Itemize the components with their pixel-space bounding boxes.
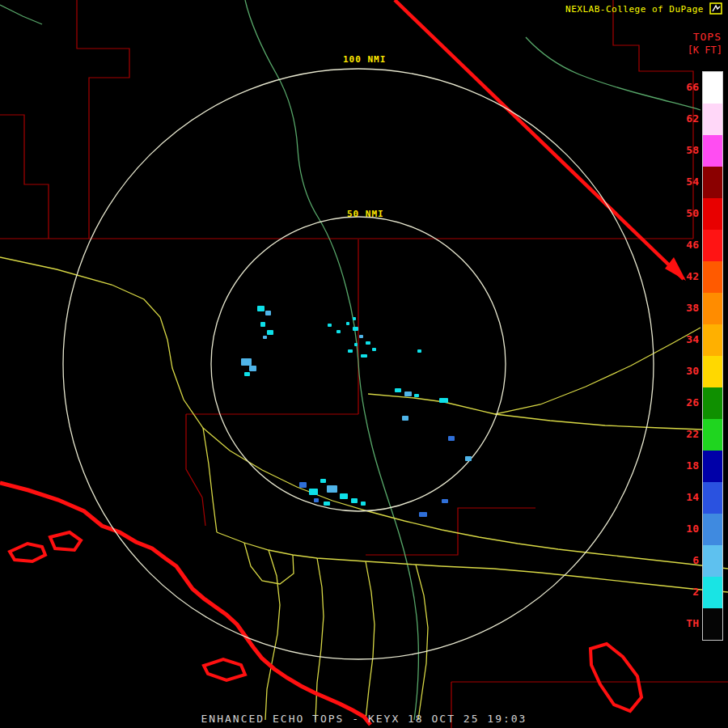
echo-blob bbox=[402, 416, 408, 421]
scale-tick-54: 54 bbox=[675, 166, 699, 197]
echo-blob bbox=[244, 372, 250, 376]
echo-blob bbox=[366, 341, 370, 345]
cod-logo-icon bbox=[709, 2, 722, 15]
echo-blob bbox=[260, 322, 265, 327]
echo-blob bbox=[314, 498, 319, 502]
scale-cell-14 bbox=[703, 482, 722, 514]
echo-blob bbox=[354, 343, 358, 346]
scale-cell-2 bbox=[703, 577, 722, 608]
echo-blob bbox=[442, 499, 448, 503]
echo-blob bbox=[361, 354, 367, 358]
echo-blob bbox=[348, 349, 353, 353]
echo-blob bbox=[324, 502, 330, 506]
scale-tick-6: 6 bbox=[675, 544, 699, 576]
echo-blob bbox=[299, 482, 307, 488]
echo-blob bbox=[419, 512, 427, 517]
echo-blob bbox=[249, 366, 256, 371]
scale-cell-22 bbox=[703, 419, 722, 451]
scale-cell-10 bbox=[703, 514, 722, 545]
brand-text: NEXLAB-College of DuPage bbox=[565, 4, 704, 15]
scale-cell-58 bbox=[703, 135, 722, 167]
scale-tick-TH: TH bbox=[675, 607, 699, 639]
scale-cell-26 bbox=[703, 387, 722, 419]
scale-cell-62 bbox=[703, 104, 722, 135]
scale-tick-62: 62 bbox=[675, 103, 699, 134]
echo-blob bbox=[361, 502, 366, 506]
echo-blob bbox=[320, 479, 326, 483]
echo-blob bbox=[372, 348, 376, 351]
echo-blob bbox=[448, 436, 455, 441]
echo-blob bbox=[263, 336, 267, 339]
scale-tick-46: 46 bbox=[675, 229, 699, 260]
echo-blob bbox=[328, 324, 332, 327]
echo-blob bbox=[309, 489, 318, 495]
scale-tick-22: 22 bbox=[675, 418, 699, 450]
scale-cell-38 bbox=[703, 293, 722, 324]
scale-cell-30 bbox=[703, 356, 722, 387]
scale-cell-50 bbox=[703, 198, 722, 230]
echo-blob bbox=[353, 317, 356, 320]
echo-blob bbox=[353, 327, 358, 331]
scale-tick-30: 30 bbox=[675, 355, 699, 387]
scale-tick-18: 18 bbox=[675, 450, 699, 481]
scale-tick-2: 2 bbox=[675, 576, 699, 607]
echo-blob bbox=[257, 306, 265, 311]
scale-tick-34: 34 bbox=[675, 324, 699, 355]
scale-cell-66 bbox=[703, 72, 722, 104]
scale-cell-34 bbox=[703, 324, 722, 356]
echo-layer bbox=[0, 0, 728, 728]
scale-tick-10: 10 bbox=[675, 513, 699, 544]
scale-cell-46 bbox=[703, 230, 722, 261]
scale-cell-18 bbox=[703, 451, 722, 482]
echo-blob bbox=[395, 388, 401, 392]
scale-units: [K FT] bbox=[688, 44, 722, 56]
echo-blob bbox=[414, 394, 419, 397]
scale-tick-42: 42 bbox=[675, 260, 699, 292]
echo-blob bbox=[241, 358, 252, 366]
ring-label-50nmi: 50 NMI bbox=[347, 209, 384, 219]
echo-blob bbox=[404, 392, 412, 396]
echo-blob bbox=[346, 322, 349, 325]
product-caption: ENHANCED ECHO TOPS - KEYX 18 OCT 25 19:0… bbox=[0, 713, 728, 725]
radar-display: 100 NMI 50 NMI NEXLAB-College of DuPage … bbox=[0, 0, 728, 728]
echo-blob bbox=[327, 485, 337, 493]
echo-blob bbox=[359, 335, 363, 338]
scale-colorbar bbox=[702, 71, 723, 641]
scale-tick-38: 38 bbox=[675, 292, 699, 324]
scale-cell-42 bbox=[703, 261, 722, 293]
echo-blob bbox=[336, 330, 341, 333]
scale-labels: 66625854504642383430262218141062TH bbox=[675, 71, 699, 639]
echo-blob bbox=[340, 493, 348, 499]
echo-blob bbox=[267, 330, 273, 335]
scale-cell-TH bbox=[703, 608, 722, 640]
scale-tick-26: 26 bbox=[675, 387, 699, 418]
echo-blob bbox=[465, 456, 472, 461]
echo-blob bbox=[417, 349, 421, 353]
scale-tick-50: 50 bbox=[675, 197, 699, 229]
scale-cell-54 bbox=[703, 167, 722, 198]
scale-tick-14: 14 bbox=[675, 481, 699, 513]
scale-cell-6 bbox=[703, 545, 722, 577]
ring-label-100nmi: 100 NMI bbox=[343, 54, 386, 65]
echo-blob bbox=[265, 311, 271, 315]
scale-title: TOPS bbox=[693, 31, 722, 43]
scale-tick-58: 58 bbox=[675, 134, 699, 166]
scale-tick-66: 66 bbox=[675, 71, 699, 103]
echo-blob bbox=[439, 398, 448, 403]
echo-blob bbox=[351, 498, 358, 503]
